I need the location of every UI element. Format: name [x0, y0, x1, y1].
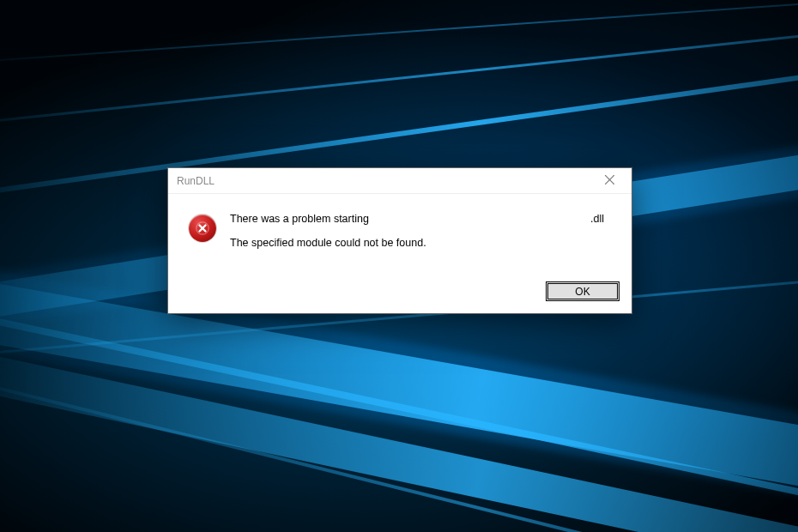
titlebar[interactable]: RunDLL	[168, 168, 632, 194]
error-message-line1: There was a problem starting .dll	[230, 213, 609, 225]
dialog-title: RunDLL	[177, 175, 215, 187]
ok-button[interactable]: OK	[546, 281, 620, 301]
dialog-content: There was a problem starting .dll The sp…	[168, 194, 632, 273]
close-icon	[605, 175, 614, 187]
button-bar: OK	[168, 273, 632, 313]
error-message-line1-right: .dll	[590, 213, 609, 225]
error-icon	[189, 215, 216, 242]
close-button[interactable]	[592, 170, 626, 192]
error-message-line1-left: There was a problem starting	[230, 213, 369, 225]
rundll-error-dialog: RunDLL There was a problem startin	[167, 167, 632, 314]
error-message-line2: The specified module could not be found.	[230, 237, 609, 249]
